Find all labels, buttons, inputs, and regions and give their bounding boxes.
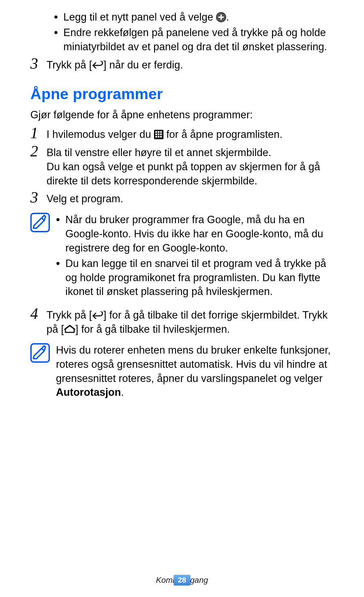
page-number-badge: 28 <box>174 575 190 586</box>
text: for å åpne programlisten. <box>163 128 282 140</box>
text: . <box>226 11 229 23</box>
step-text: Trykk på [] for å gå tilbake til det for… <box>47 307 334 336</box>
list-item: Du kan legge til en snarvei til et progr… <box>56 257 334 299</box>
step-item: 1 I hvilemodus velger du for å åpne prog… <box>30 127 334 142</box>
note-body: Hvis du roterer enheten mens du bruker e… <box>56 343 334 399</box>
note-block: Hvis du roterer enheten mens du bruker e… <box>30 343 334 399</box>
back-arrow-icon <box>92 61 103 68</box>
text: Når du bruker programmer fra Google, må … <box>65 214 323 254</box>
step-number: 4 <box>30 306 47 322</box>
text: Trykk på [ <box>47 309 92 321</box>
step-number: 1 <box>30 125 47 141</box>
step-item: 2 Bla til venstre eller høyre til et ann… <box>30 145 334 188</box>
step-text: I hvilemodus velger du for å åpne progra… <box>47 127 334 142</box>
step-item: 3 Velg et program. <box>30 191 334 206</box>
note-body: Når du bruker programmer fra Google, må … <box>56 213 334 300</box>
bold-text: Autorotasjon <box>56 386 121 398</box>
text: Bla til venstre eller høyre til et annet… <box>47 146 334 160</box>
home-icon <box>64 325 75 333</box>
note-icon <box>30 343 50 363</box>
intro-text: Gjør følgende for å åpne enhetens progra… <box>30 108 334 122</box>
text: Du kan legge til en snarvei til et progr… <box>65 258 326 298</box>
apps-grid-icon <box>154 130 163 139</box>
section-heading: Åpne programmer <box>30 84 334 105</box>
back-arrow-icon <box>92 311 103 319</box>
list-item: Endre rekkefølgen på panelene ved å tryk… <box>54 26 334 54</box>
text: ] for å gå tilbake til hvileskjermen. <box>75 323 230 335</box>
step-item: 4 Trykk på [] for å gå tilbake til det f… <box>30 307 334 336</box>
text: Endre rekkefølgen på panelene ved å tryk… <box>63 27 327 53</box>
page-footer: Komme i gang 28 <box>0 575 364 586</box>
text: Du kan også velge et punkt på toppen av … <box>47 160 334 188</box>
text: Legg til et nytt panel ved å velge <box>63 11 216 23</box>
text: I hvilemodus velger du <box>47 128 154 140</box>
step-number: 2 <box>30 144 47 159</box>
note-bullet-list: Når du bruker programmer fra Google, må … <box>56 213 334 299</box>
page: Legg til et nytt panel ved å velge . End… <box>0 0 364 597</box>
step-number: 3 <box>30 190 47 205</box>
list-item: Når du bruker programmer fra Google, må … <box>56 213 334 255</box>
step-number: 3 <box>30 56 47 71</box>
step-text: Bla til venstre eller høyre til et annet… <box>47 145 334 188</box>
note-icon <box>30 213 50 232</box>
top-bullet-list: Legg til et nytt panel ved å velge . End… <box>54 10 334 54</box>
text: Trykk på [ <box>47 59 92 71</box>
text: ] når du er ferdig. <box>103 59 183 71</box>
plus-circle-icon <box>216 12 226 22</box>
step-text: Trykk på [] når du er ferdig. <box>47 57 334 72</box>
note-block: Når du bruker programmer fra Google, må … <box>30 213 334 300</box>
step-text: Velg et program. <box>47 191 334 206</box>
text: Hvis du roterer enheten mens du bruker e… <box>56 344 331 384</box>
step-item: 3 Trykk på [] når du er ferdig. <box>30 57 334 72</box>
text: . <box>121 386 124 398</box>
list-item: Legg til et nytt panel ved å velge . <box>54 10 334 24</box>
